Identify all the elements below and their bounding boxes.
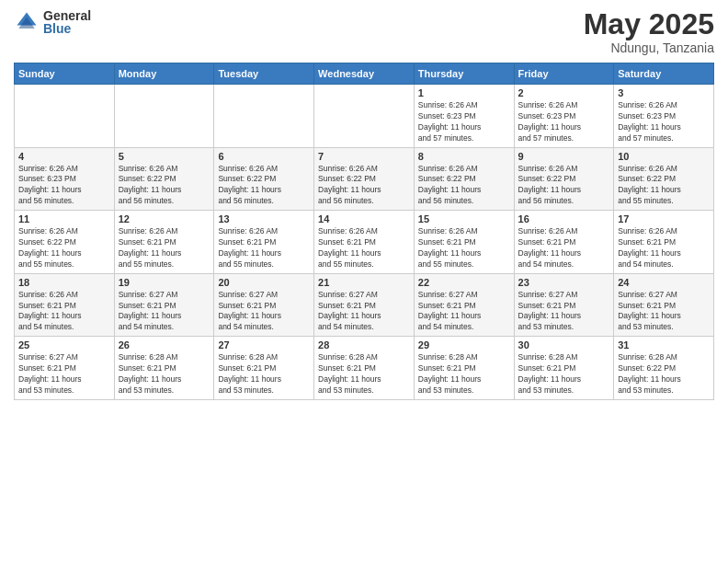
day-number: 13 bbox=[218, 213, 310, 224]
calendar-cell: 11Sunrise: 6:26 AMSunset: 6:22 PMDayligh… bbox=[15, 211, 115, 274]
page: General Blue May 2025 Ndungu, Tanzania S… bbox=[0, 0, 728, 563]
calendar-cell: 29Sunrise: 6:28 AMSunset: 6:21 PMDayligh… bbox=[414, 337, 514, 400]
day-content: Sunrise: 6:26 AMSunset: 6:23 PMDaylight:… bbox=[618, 100, 710, 144]
day-content: Sunrise: 6:26 AMSunset: 6:22 PMDaylight:… bbox=[318, 164, 410, 208]
calendar-cell: 22Sunrise: 6:27 AMSunset: 6:21 PMDayligh… bbox=[414, 273, 514, 337]
day-number: 31 bbox=[618, 339, 710, 350]
calendar-cell bbox=[15, 85, 115, 148]
calendar-cell: 10Sunrise: 6:26 AMSunset: 6:22 PMDayligh… bbox=[614, 147, 714, 211]
day-number: 4 bbox=[18, 151, 110, 162]
day-number: 5 bbox=[119, 151, 210, 162]
day-content: Sunrise: 6:26 AMSunset: 6:23 PMDaylight:… bbox=[418, 100, 510, 144]
calendar-cell: 25Sunrise: 6:27 AMSunset: 6:21 PMDayligh… bbox=[15, 337, 115, 400]
header-tuesday: Tuesday bbox=[214, 63, 314, 85]
calendar-cell bbox=[314, 85, 415, 148]
day-content: Sunrise: 6:26 AMSunset: 6:22 PMDaylight:… bbox=[119, 164, 210, 208]
calendar-cell: 9Sunrise: 6:26 AMSunset: 6:22 PMDaylight… bbox=[514, 147, 614, 211]
day-content: Sunrise: 6:28 AMSunset: 6:21 PMDaylight:… bbox=[318, 352, 410, 396]
logo-icon bbox=[14, 9, 40, 35]
day-content: Sunrise: 6:27 AMSunset: 6:21 PMDaylight:… bbox=[418, 290, 510, 334]
day-number: 22 bbox=[418, 277, 510, 288]
day-number: 10 bbox=[618, 151, 710, 162]
day-number: 6 bbox=[218, 151, 310, 162]
day-content: Sunrise: 6:26 AMSunset: 6:23 PMDaylight:… bbox=[518, 100, 610, 144]
header-row: Sunday Monday Tuesday Wednesday Thursday… bbox=[15, 63, 714, 85]
calendar-cell: 23Sunrise: 6:27 AMSunset: 6:21 PMDayligh… bbox=[514, 273, 614, 337]
day-content: Sunrise: 6:27 AMSunset: 6:21 PMDaylight:… bbox=[119, 290, 210, 334]
header-sunday: Sunday bbox=[15, 63, 115, 85]
calendar-table: Sunday Monday Tuesday Wednesday Thursday… bbox=[14, 63, 714, 400]
calendar-location: Ndungu, Tanzania bbox=[584, 40, 714, 55]
day-number: 23 bbox=[518, 277, 610, 288]
calendar-cell bbox=[214, 85, 314, 148]
calendar-week-0: 1Sunrise: 6:26 AMSunset: 6:23 PMDaylight… bbox=[15, 85, 714, 148]
calendar-cell: 15Sunrise: 6:26 AMSunset: 6:21 PMDayligh… bbox=[414, 211, 514, 274]
calendar-week-2: 11Sunrise: 6:26 AMSunset: 6:22 PMDayligh… bbox=[15, 211, 714, 274]
day-content: Sunrise: 6:26 AMSunset: 6:22 PMDaylight:… bbox=[518, 164, 610, 208]
calendar-cell: 21Sunrise: 6:27 AMSunset: 6:21 PMDayligh… bbox=[314, 273, 415, 337]
header-monday: Monday bbox=[114, 63, 214, 85]
day-content: Sunrise: 6:27 AMSunset: 6:21 PMDaylight:… bbox=[518, 290, 610, 334]
day-content: Sunrise: 6:26 AMSunset: 6:21 PMDaylight:… bbox=[618, 226, 710, 270]
calendar-week-3: 18Sunrise: 6:26 AMSunset: 6:21 PMDayligh… bbox=[15, 273, 714, 337]
day-content: Sunrise: 6:26 AMSunset: 6:21 PMDaylight:… bbox=[119, 226, 210, 270]
logo-text: General Blue bbox=[43, 9, 91, 35]
day-number: 24 bbox=[618, 277, 710, 288]
day-number: 30 bbox=[518, 339, 610, 350]
day-content: Sunrise: 6:27 AMSunset: 6:21 PMDaylight:… bbox=[218, 290, 310, 334]
day-content: Sunrise: 6:26 AMSunset: 6:21 PMDaylight:… bbox=[418, 226, 510, 270]
day-number: 29 bbox=[418, 339, 510, 350]
calendar-cell: 28Sunrise: 6:28 AMSunset: 6:21 PMDayligh… bbox=[314, 337, 415, 400]
calendar-cell: 31Sunrise: 6:28 AMSunset: 6:22 PMDayligh… bbox=[614, 337, 714, 400]
logo-blue-text: Blue bbox=[43, 22, 91, 35]
calendar-cell: 4Sunrise: 6:26 AMSunset: 6:23 PMDaylight… bbox=[15, 147, 115, 211]
day-number: 19 bbox=[119, 277, 210, 288]
calendar-cell: 14Sunrise: 6:26 AMSunset: 6:21 PMDayligh… bbox=[314, 211, 415, 274]
day-number: 20 bbox=[218, 277, 310, 288]
day-content: Sunrise: 6:26 AMSunset: 6:21 PMDaylight:… bbox=[18, 290, 110, 334]
day-content: Sunrise: 6:26 AMSunset: 6:21 PMDaylight:… bbox=[518, 226, 610, 270]
day-number: 11 bbox=[18, 213, 110, 224]
day-content: Sunrise: 6:28 AMSunset: 6:21 PMDaylight:… bbox=[218, 352, 310, 396]
day-number: 26 bbox=[119, 339, 210, 350]
day-number: 9 bbox=[518, 151, 610, 162]
calendar-body: 1Sunrise: 6:26 AMSunset: 6:23 PMDaylight… bbox=[15, 85, 714, 400]
day-number: 18 bbox=[18, 277, 110, 288]
day-content: Sunrise: 6:26 AMSunset: 6:22 PMDaylight:… bbox=[618, 164, 710, 208]
logo-general-text: General bbox=[43, 9, 91, 22]
day-number: 2 bbox=[518, 87, 610, 98]
day-content: Sunrise: 6:27 AMSunset: 6:21 PMDaylight:… bbox=[618, 290, 710, 334]
day-number: 16 bbox=[518, 213, 610, 224]
day-content: Sunrise: 6:26 AMSunset: 6:21 PMDaylight:… bbox=[318, 226, 410, 270]
calendar-cell: 17Sunrise: 6:26 AMSunset: 6:21 PMDayligh… bbox=[614, 211, 714, 274]
logo: General Blue bbox=[14, 9, 91, 35]
day-number: 1 bbox=[418, 87, 510, 98]
day-number: 7 bbox=[318, 151, 410, 162]
calendar-week-1: 4Sunrise: 6:26 AMSunset: 6:23 PMDaylight… bbox=[15, 147, 714, 211]
calendar-cell: 7Sunrise: 6:26 AMSunset: 6:22 PMDaylight… bbox=[314, 147, 415, 211]
calendar-cell: 26Sunrise: 6:28 AMSunset: 6:21 PMDayligh… bbox=[114, 337, 214, 400]
calendar-week-4: 25Sunrise: 6:27 AMSunset: 6:21 PMDayligh… bbox=[15, 337, 714, 400]
day-content: Sunrise: 6:28 AMSunset: 6:22 PMDaylight:… bbox=[618, 352, 710, 396]
header-friday: Friday bbox=[514, 63, 614, 85]
calendar-cell: 19Sunrise: 6:27 AMSunset: 6:21 PMDayligh… bbox=[114, 273, 214, 337]
day-number: 15 bbox=[418, 213, 510, 224]
header: General Blue May 2025 Ndungu, Tanzania bbox=[14, 9, 714, 55]
day-number: 14 bbox=[318, 213, 410, 224]
day-content: Sunrise: 6:28 AMSunset: 6:21 PMDaylight:… bbox=[418, 352, 510, 396]
calendar-cell: 8Sunrise: 6:26 AMSunset: 6:22 PMDaylight… bbox=[414, 147, 514, 211]
calendar-cell: 2Sunrise: 6:26 AMSunset: 6:23 PMDaylight… bbox=[514, 85, 614, 148]
calendar-cell: 18Sunrise: 6:26 AMSunset: 6:21 PMDayligh… bbox=[15, 273, 115, 337]
day-number: 21 bbox=[318, 277, 410, 288]
day-content: Sunrise: 6:26 AMSunset: 6:23 PMDaylight:… bbox=[18, 164, 110, 208]
calendar-cell: 5Sunrise: 6:26 AMSunset: 6:22 PMDaylight… bbox=[114, 147, 214, 211]
calendar-header: Sunday Monday Tuesday Wednesday Thursday… bbox=[15, 63, 714, 85]
calendar-cell: 6Sunrise: 6:26 AMSunset: 6:22 PMDaylight… bbox=[214, 147, 314, 211]
calendar-cell: 16Sunrise: 6:26 AMSunset: 6:21 PMDayligh… bbox=[514, 211, 614, 274]
calendar-cell: 30Sunrise: 6:28 AMSunset: 6:21 PMDayligh… bbox=[514, 337, 614, 400]
calendar-cell: 1Sunrise: 6:26 AMSunset: 6:23 PMDaylight… bbox=[414, 85, 514, 148]
day-number: 17 bbox=[618, 213, 710, 224]
calendar-cell: 20Sunrise: 6:27 AMSunset: 6:21 PMDayligh… bbox=[214, 273, 314, 337]
day-content: Sunrise: 6:26 AMSunset: 6:22 PMDaylight:… bbox=[418, 164, 510, 208]
calendar-cell: 13Sunrise: 6:26 AMSunset: 6:21 PMDayligh… bbox=[214, 211, 314, 274]
